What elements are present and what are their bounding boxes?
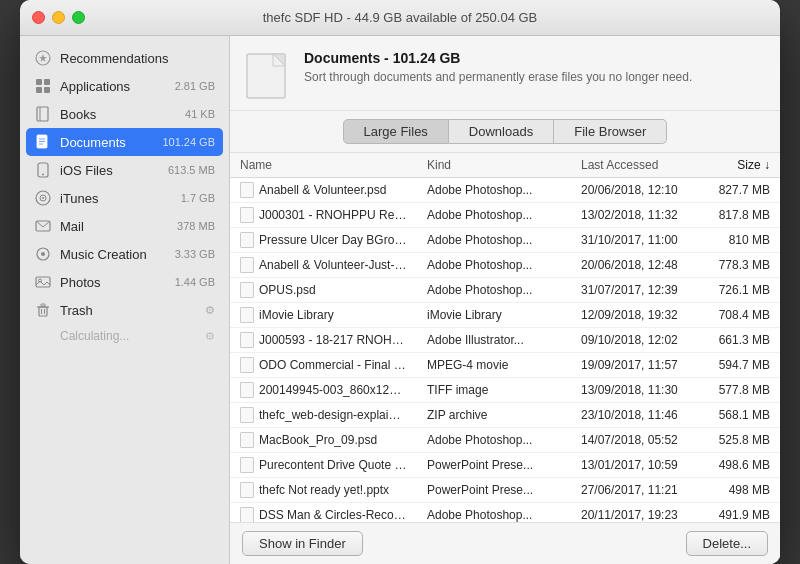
cell-accessed: 12/09/2018, 19:32 (571, 303, 692, 328)
cell-size: 817.8 MB (692, 203, 780, 228)
svg-rect-23 (41, 304, 45, 306)
table-row[interactable]: Pressure Ulcer Day BGround.psdAdobe Phot… (230, 228, 780, 253)
cell-kind: Adobe Illustrator... (417, 328, 571, 353)
sidebar-item-music-creation[interactable]: Music Creation 3.33 GB (20, 240, 229, 268)
minimize-button[interactable] (52, 11, 65, 24)
cell-accessed: 31/10/2017, 11:00 (571, 228, 692, 253)
table-row[interactable]: thefc_web-design-explainer-VYG9MHQ...ZIP… (230, 403, 780, 428)
table-row[interactable]: Purecontent Drive Quote (1).pptxPowerPoi… (230, 453, 780, 478)
sidebar-item-recommendations[interactable]: Recommendations (20, 44, 229, 72)
delete-button[interactable]: Delete... (686, 531, 768, 556)
cell-name: J000301 - RNOHPPU Revision A0 Poste... (230, 203, 417, 228)
sidebar-label-documents: Documents (60, 135, 154, 150)
svg-rect-19 (36, 277, 50, 287)
cell-kind: Adobe Photoshop... (417, 278, 571, 303)
svg-point-15 (42, 197, 44, 199)
cell-name: Pressure Ulcer Day BGround.psd (230, 228, 417, 253)
cell-kind: Adobe Photoshop... (417, 503, 571, 523)
col-header-name[interactable]: Name (230, 153, 417, 178)
sidebar-item-calculating: Calculating... ⚙ (20, 324, 229, 348)
sidebar-item-documents[interactable]: Documents 101.24 GB (26, 128, 223, 156)
cell-size: 525.8 MB (692, 428, 780, 453)
table-row[interactable]: ODO Commercial - Final Edit (4K) Oracl..… (230, 353, 780, 378)
sidebar-label-calculating: Calculating... (60, 329, 193, 343)
cell-accessed: 13/09/2018, 11:30 (571, 378, 692, 403)
sidebar-size-itunes: 1.7 GB (181, 192, 215, 204)
sidebar-item-trash[interactable]: Trash ⚙ (20, 296, 229, 324)
cell-name: Anabell & Volunteer-Just-Cutout.psd (230, 253, 417, 278)
sidebar-item-itunes[interactable]: iTunes 1.7 GB (20, 184, 229, 212)
tab-file-browser[interactable]: File Browser (554, 119, 667, 144)
cell-name: iMovie Library (230, 303, 417, 328)
footer: Show in Finder Delete... (230, 522, 780, 564)
cell-accessed: 19/09/2017, 11:57 (571, 353, 692, 378)
maximize-button[interactable] (72, 11, 85, 24)
cell-accessed: 13/01/2017, 10:59 (571, 453, 692, 478)
tab-large-files[interactable]: Large Files (343, 119, 449, 144)
table-row[interactable]: Anabell & Volunteer-Just-Cutout.psdAdobe… (230, 253, 780, 278)
info-header: Documents - 101.24 GB Sort through docum… (230, 36, 780, 111)
info-text: Documents - 101.24 GB Sort through docum… (304, 50, 692, 84)
table-row[interactable]: J000301 - RNOHPPU Revision A0 Poste...Ad… (230, 203, 780, 228)
window-title: thefc SDF HD - 44.9 GB available of 250.… (263, 10, 538, 25)
col-header-accessed[interactable]: Last Accessed (571, 153, 692, 178)
sidebar-label-applications: Applications (60, 79, 167, 94)
cell-size: 594.7 MB (692, 353, 780, 378)
ios-icon (34, 161, 52, 179)
table-row[interactable]: thefc Not ready yet!.pptxPowerPoint Pres… (230, 478, 780, 503)
content-area: Recommendations Applications 2.81 GB (20, 36, 780, 564)
sidebar-size-applications: 2.81 GB (175, 80, 215, 92)
svg-rect-3 (36, 87, 42, 93)
cell-size: 827.7 MB (692, 178, 780, 203)
show-in-finder-button[interactable]: Show in Finder (242, 531, 363, 556)
table-row[interactable]: 200149945-003_860x1200.tifTIFF image13/0… (230, 378, 780, 403)
cell-size: 708.4 MB (692, 303, 780, 328)
svg-rect-21 (39, 307, 47, 316)
main-window: thefc SDF HD - 44.9 GB available of 250.… (20, 0, 780, 564)
trash-icon (34, 301, 52, 319)
sidebar-size-music-creation: 3.33 GB (175, 248, 215, 260)
sidebar-item-applications[interactable]: Applications 2.81 GB (20, 72, 229, 100)
cell-name: 200149945-003_860x1200.tif (230, 378, 417, 403)
col-header-kind[interactable]: Kind (417, 153, 571, 178)
file-table-wrapper[interactable]: Name Kind Last Accessed Size ↓ Anabell &… (230, 153, 780, 522)
table-row[interactable]: DSS Man & Circles-Recovered-Recover...Ad… (230, 503, 780, 523)
table-row[interactable]: OPUS.psdAdobe Photoshop...31/07/2017, 12… (230, 278, 780, 303)
sidebar-item-mail[interactable]: Mail 378 MB (20, 212, 229, 240)
cell-size: 577.8 MB (692, 378, 780, 403)
cell-kind: Adobe Photoshop... (417, 253, 571, 278)
table-row[interactable]: iMovie LibraryiMovie Library12/09/2018, … (230, 303, 780, 328)
sidebar-label-music-creation: Music Creation (60, 247, 167, 262)
close-button[interactable] (32, 11, 45, 24)
tab-downloads[interactable]: Downloads (449, 119, 554, 144)
book-icon (34, 105, 52, 123)
calculating-spinner: ⚙ (205, 330, 215, 343)
table-row[interactable]: Anabell & Volunteer.psdAdobe Photoshop..… (230, 178, 780, 203)
table-row[interactable]: J000593 - 18-217 RNOH SAA 2018 Roll...Ad… (230, 328, 780, 353)
cell-name: thefc_web-design-explainer-VYG9MHQ... (230, 403, 417, 428)
sidebar: Recommendations Applications 2.81 GB (20, 36, 230, 564)
sidebar-item-ios-files[interactable]: iOS Files 613.5 MB (20, 156, 229, 184)
cell-kind: Adobe Photoshop... (417, 228, 571, 253)
cell-size: 661.3 MB (692, 328, 780, 353)
sidebar-size-books: 41 KB (185, 108, 215, 120)
mail-icon (34, 217, 52, 235)
photos-icon (34, 273, 52, 291)
cell-name: OPUS.psd (230, 278, 417, 303)
cell-kind: iMovie Library (417, 303, 571, 328)
cell-size: 568.1 MB (692, 403, 780, 428)
traffic-lights (32, 11, 85, 24)
file-table: Name Kind Last Accessed Size ↓ Anabell &… (230, 153, 780, 522)
itunes-icon (34, 189, 52, 207)
star-icon (34, 49, 52, 67)
cell-kind: Adobe Photoshop... (417, 428, 571, 453)
table-row[interactable]: MacBook_Pro_09.psdAdobe Photoshop...14/0… (230, 428, 780, 453)
col-header-size[interactable]: Size ↓ (692, 153, 780, 178)
sidebar-item-books[interactable]: Books 41 KB (20, 100, 229, 128)
documents-icon (34, 133, 52, 151)
cell-accessed: 20/06/2018, 12:10 (571, 178, 692, 203)
sidebar-size-mail: 378 MB (177, 220, 215, 232)
sidebar-item-photos[interactable]: Photos 1.44 GB (20, 268, 229, 296)
cell-accessed: 20/11/2017, 19:23 (571, 503, 692, 523)
cell-accessed: 20/06/2018, 12:48 (571, 253, 692, 278)
